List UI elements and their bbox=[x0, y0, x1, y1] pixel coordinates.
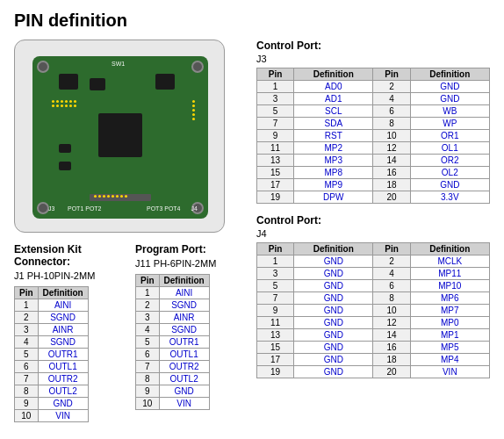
extension-kit-title: Extension Kit Connector: bbox=[14, 243, 121, 268]
table-row: 10VIN bbox=[136, 398, 210, 410]
ext-col-def: Definition bbox=[38, 287, 88, 299]
left-column: J3 POT1 POT2 POT3 POT4 J4 SW1 Extension … bbox=[14, 40, 242, 422]
table-row: 5OUTR1 bbox=[15, 349, 89, 361]
page-title: PIN definition bbox=[14, 11, 490, 31]
table-row: 1AD02GND bbox=[257, 81, 490, 93]
extension-kit-connector: J1 PH-10PIN-2MM bbox=[14, 270, 121, 281]
table-row: 17GND18MP4 bbox=[257, 354, 490, 366]
table-row: 5SCL6WB bbox=[257, 105, 490, 118]
table-row: 4SGND bbox=[15, 336, 89, 349]
table-row: 9GND10MP7 bbox=[257, 305, 490, 317]
j4-table: Pin Definition Pin Definition 1GND2MCLK3… bbox=[256, 242, 490, 378]
table-row: 15MP816OL2 bbox=[257, 167, 490, 179]
table-row: 10VIN bbox=[15, 410, 89, 422]
right-column: Control Port: J3 Pin Definition Pin Defi… bbox=[256, 40, 490, 422]
table-row: 3AINR bbox=[15, 324, 89, 336]
table-row: 3AINR bbox=[136, 312, 210, 324]
table-row: 8OUTL2 bbox=[136, 373, 210, 385]
board-image: J3 POT1 POT2 POT3 POT4 J4 SW1 bbox=[14, 40, 225, 233]
table-row: 7GND8MP6 bbox=[257, 292, 490, 305]
table-row: 1AINI bbox=[136, 287, 210, 299]
table-row: 1GND2MCLK bbox=[257, 255, 490, 268]
table-row: 9GND bbox=[15, 398, 89, 410]
j4-title: Control Port: bbox=[256, 214, 490, 227]
program-port-title: Program Port: bbox=[135, 243, 242, 255]
table-row: 6OUTL1 bbox=[15, 361, 89, 373]
table-row: 13MP314OR2 bbox=[257, 155, 490, 167]
table-row: 19GND20VIN bbox=[257, 366, 490, 378]
table-row: 7OUTR2 bbox=[136, 361, 210, 373]
j3-col-pin2: Pin bbox=[373, 68, 410, 81]
j3-title: Control Port: bbox=[256, 40, 490, 52]
control-port-j3-section: Control Port: J3 Pin Definition Pin Defi… bbox=[256, 40, 490, 204]
extension-kit-block: Extension Kit Connector: J1 PH-10PIN-2MM… bbox=[14, 243, 121, 422]
table-row: 6OUTL1 bbox=[136, 349, 210, 361]
table-row: 5GND6MP10 bbox=[257, 280, 490, 292]
prog-col-def: Definition bbox=[159, 275, 209, 287]
table-row: 15GND16MP5 bbox=[257, 342, 490, 354]
j4-col-pin2: Pin bbox=[373, 243, 410, 255]
j3-table: Pin Definition Pin Definition 1AD02GND3A… bbox=[256, 68, 490, 204]
ext-col-pin: Pin bbox=[15, 287, 39, 299]
table-row: 9GND bbox=[136, 385, 210, 398]
table-row: 3AD14GND bbox=[257, 93, 490, 105]
j4-col-def1: Definition bbox=[294, 243, 373, 255]
table-row: 4SGND bbox=[136, 324, 210, 336]
table-row: 9RST10OR1 bbox=[257, 130, 490, 142]
table-row: 5OUTR1 bbox=[136, 336, 210, 349]
table-row: 13GND14MP1 bbox=[257, 329, 490, 342]
program-port-table: Pin Definition 1AINI2SGND3AINR4SGND5OUTR… bbox=[135, 274, 210, 410]
program-port-block: Program Port: J11 PH-6PIN-2MM Pin Defini… bbox=[135, 243, 242, 422]
j3-col-def1: Definition bbox=[294, 68, 373, 81]
table-row: 7OUTR2 bbox=[15, 373, 89, 385]
table-row: 1AINI bbox=[15, 299, 89, 312]
table-row: 7SDA8WP bbox=[257, 118, 490, 130]
table-row: 8OUTL2 bbox=[15, 385, 89, 398]
table-row: 11GND12MP0 bbox=[257, 317, 490, 329]
j3-connector: J3 bbox=[256, 54, 490, 64]
j4-col-pin1: Pin bbox=[257, 243, 294, 255]
j4-connector: J4 bbox=[256, 228, 490, 239]
table-row: 3GND4MP11 bbox=[257, 268, 490, 280]
table-row: 19DPW203.3V bbox=[257, 191, 490, 204]
prog-col-pin: Pin bbox=[136, 275, 160, 287]
extension-kit-table: Pin Definition 1AINI2SGND3AINR4SGND5OUTR… bbox=[14, 286, 89, 422]
j4-col-def2: Definition bbox=[410, 243, 489, 255]
table-row: 17MP918GND bbox=[257, 179, 490, 191]
j3-col-def2: Definition bbox=[410, 68, 489, 81]
table-row: 11MP212OL1 bbox=[257, 142, 490, 155]
table-row: 2SGND bbox=[136, 299, 210, 312]
program-port-connector: J11 PH-6PIN-2MM bbox=[135, 258, 242, 269]
j3-col-pin1: Pin bbox=[257, 68, 294, 81]
table-row: 2SGND bbox=[15, 312, 89, 324]
control-port-j4-section: Control Port: J4 Pin Definition Pin Defi… bbox=[256, 214, 490, 378]
